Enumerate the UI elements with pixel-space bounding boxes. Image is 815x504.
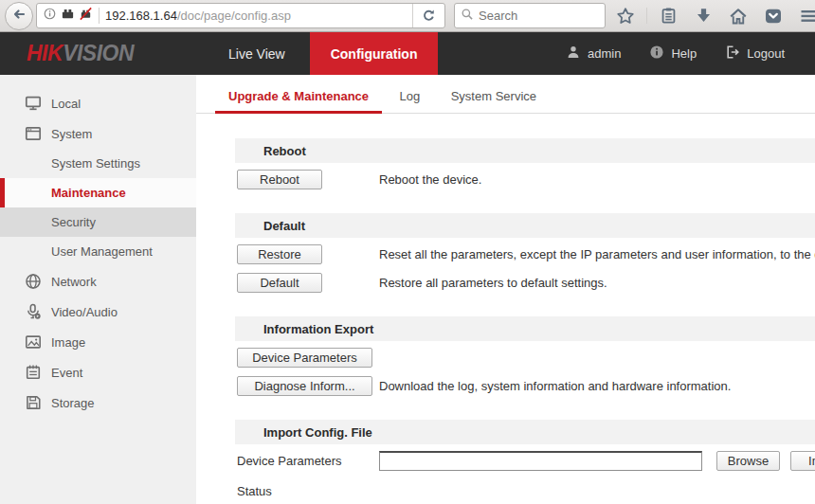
url-host: 192.168.1.64 [105,9,177,23]
sidebar-item-label: Event [51,366,82,380]
default-button[interactable]: Default [237,273,322,293]
app-header: HIKVISION Live View Configuration admin … [0,32,815,75]
sidebar-item-security[interactable]: Security [0,207,196,237]
header-right: admin Help Logout [566,32,785,75]
address-bar[interactable]: 192.168.1.64/doc/page/config.asp [36,3,445,28]
section-header-reboot: Reboot [235,138,815,163]
plugin-icon[interactable] [61,7,75,25]
sidebar-item-label: Security [51,215,96,229]
content: Local System System Settings Maintenance… [0,75,815,504]
diagnose-row: Diagnose Inform... Download the log, sys… [237,376,815,396]
status-row: Status [237,484,815,498]
section-gap [235,405,815,420]
status-label: Status [237,484,379,498]
user-name: admin [588,46,621,61]
sidebar-item-user-management[interactable]: User Management [0,237,196,266]
reboot-button[interactable]: Reboot [237,170,322,189]
settings-sections: Reboot Reboot Reboot the device. Default… [235,138,815,498]
logout-button[interactable]: Logout [725,45,785,63]
help-info-icon [649,45,664,63]
back-arrow-icon [11,7,27,26]
user-icon [566,45,581,63]
back-button[interactable] [5,2,33,30]
menu-hamburger-icon[interactable] [798,6,815,27]
section-header-default: Default [235,213,815,238]
bookmarks-clipboard-icon[interactable] [658,6,679,27]
sidebar-item-label: System Settings [51,156,140,171]
sidebar-item-system[interactable]: System [0,118,196,149]
logout-label: Logout [747,46,785,61]
sidebar-item-storage[interactable]: Storage [0,387,196,418]
restore-row: Restore Reset all the parameters, except… [237,244,815,264]
bookmark-star-icon[interactable] [615,6,636,27]
toolbar-buttons [615,6,815,27]
plugin-blocked-icon[interactable] [79,7,93,25]
app-nav: Live View Configuration [204,32,438,75]
toolbar-divider [646,8,647,24]
help-button[interactable]: Help [649,45,697,63]
sidebar-item-label: Image [51,335,85,350]
sidebar-item-local[interactable]: Local [0,88,196,118]
storage-icon [25,394,42,411]
nav-tab-live-view[interactable]: Live View [204,32,310,75]
pocket-icon[interactable] [763,6,784,27]
section-gap [235,198,815,213]
sidebar-item-label: Maintenance [51,186,126,200]
tab-log[interactable]: Log [387,89,434,113]
url-path: /doc/page/config.asp [177,9,291,23]
reboot-row: Reboot Reboot the device. [237,170,815,189]
reboot-desc: Reboot the device. [379,172,481,187]
url-text: 192.168.1.64/doc/page/config.asp [105,9,412,23]
event-icon [25,364,42,381]
main-panel: Upgrade & Maintenance Log System Service… [196,75,815,504]
logo-vision: VISION [63,41,134,65]
sidebar-item-event[interactable]: Event [0,357,196,387]
section-header-import-config: Import Config. File [235,420,815,444]
sidebar-item-label: Storage [51,396,95,410]
config-file-input[interactable] [379,451,702,471]
default-row: Default Restore all parameters to defaul… [237,273,815,293]
section-title: Import Config. File [263,425,372,440]
sidebar-item-label: User Management [51,244,153,259]
sidebar-item-video-audio[interactable]: Video/Audio [0,297,196,327]
default-desc: Restore all parameters to default settin… [379,276,607,290]
section-gap [235,301,815,316]
site-info-icon[interactable] [43,7,57,25]
search-input[interactable] [479,9,599,23]
monitor-icon [25,95,42,112]
home-icon[interactable] [728,6,749,27]
sidebar-item-label: Video/Audio [51,305,118,319]
restore-desc: Reset all the parameters, except the IP … [379,247,815,261]
window-icon [25,125,42,142]
reload-button[interactable] [412,4,444,27]
sidebar-item-system-settings[interactable]: System Settings [0,149,196,178]
hikvision-logo: HIKVISION [27,41,134,66]
sidebar-item-image[interactable]: Image [0,327,196,357]
tab-upgrade-maintenance[interactable]: Upgrade & Maintenance [215,89,382,113]
url-divider [99,8,100,24]
logo-hik: HIK [27,41,63,65]
sidebar-item-label: Network [51,275,97,289]
logout-icon [725,45,740,63]
browser-toolbar: 192.168.1.64/doc/page/config.asp [0,0,815,32]
import-button[interactable]: Import [790,451,815,471]
restore-button[interactable]: Restore [237,244,322,264]
image-icon [25,333,42,351]
tab-system-service[interactable]: System Service [438,89,550,113]
sidebar-item-label: Local [51,97,81,111]
downloads-icon[interactable] [693,6,714,27]
search-icon [461,8,474,25]
user-menu[interactable]: admin [566,45,621,63]
section-title: Information Export [263,322,373,336]
search-box[interactable] [454,3,606,28]
diagnose-information-button[interactable]: Diagnose Inform... [237,376,372,396]
globe-icon [25,273,42,290]
device-parameters-export-button[interactable]: Device Parameters [237,348,372,368]
sidebar-item-maintenance[interactable]: Maintenance [0,178,196,207]
sidebar-item-network[interactable]: Network [0,266,196,297]
section-title: Default [263,219,305,233]
nav-tab-configuration[interactable]: Configuration [310,32,439,75]
browse-button[interactable]: Browse [716,451,780,471]
microphone-icon [25,303,42,320]
sidebar: Local System System Settings Maintenance… [0,75,196,504]
